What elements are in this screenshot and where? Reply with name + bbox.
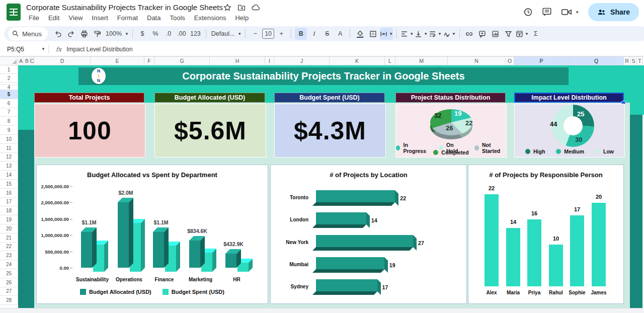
menu-view[interactable]: View (65, 13, 86, 23)
row-header-26[interactable]: 26 (0, 278, 18, 287)
row-header-11[interactable]: 11 (0, 144, 18, 153)
font-size-input[interactable]: 10 (262, 28, 274, 40)
column-header-N[interactable]: N (448, 56, 506, 65)
row-header-17[interactable]: 17 (0, 198, 18, 207)
filter-views-icon[interactable]: ▼ (516, 28, 529, 40)
functions-button[interactable]: Σ (530, 28, 542, 40)
column-header-E[interactable]: E (91, 56, 144, 65)
vertical-align-icon[interactable]: ▼ (415, 28, 428, 40)
column-header-J[interactable]: J (274, 56, 330, 65)
menu-tools[interactable]: Tools (166, 13, 188, 23)
paint-format-icon[interactable] (91, 28, 103, 40)
cloud-status-icon[interactable] (252, 4, 261, 12)
zoom-select[interactable]: 100%▼ (104, 28, 129, 40)
star-icon[interactable] (223, 4, 231, 12)
column-header-L[interactable]: L (385, 56, 395, 65)
text-color-button[interactable]: A (334, 28, 346, 40)
row-header-15[interactable]: 15 (0, 180, 18, 189)
borders-icon[interactable] (367, 28, 379, 40)
decrease-decimals-button[interactable]: .0 (163, 28, 175, 40)
font-select[interactable]: Defaul...▼ (210, 28, 242, 40)
column-header-C[interactable]: C (30, 56, 34, 65)
row-header-25[interactable]: 25 (0, 269, 18, 278)
redo-icon[interactable] (65, 28, 77, 40)
row-header-13[interactable]: 13 (0, 162, 18, 171)
row-header-8[interactable]: 8 (0, 117, 18, 126)
name-box[interactable]: P5:Q5 ▼ (0, 46, 48, 53)
google-sheets-logo-icon[interactable] (7, 4, 21, 21)
kpi-card-body[interactable]: $5.6M (154, 104, 266, 158)
insert-link-icon[interactable] (463, 28, 475, 40)
column-header-B[interactable]: B (24, 56, 30, 65)
menu-extensions[interactable]: Extensions (191, 13, 230, 23)
status-pie-chart[interactable]: 19222632In ProgressOn HoldNot StartedCom… (395, 104, 507, 158)
menus-search-button[interactable]: Menus (8, 27, 48, 40)
share-button[interactable]: Share (588, 3, 639, 21)
column-header-I[interactable]: I (265, 56, 274, 65)
projects-by-location-chart[interactable]: # of Projects by LocationToronto22London… (270, 165, 467, 304)
column-header-K[interactable]: K (330, 56, 385, 65)
row-header-23[interactable]: 23 (0, 251, 18, 260)
increase-font-button[interactable]: + (275, 28, 287, 40)
select-all-corner[interactable] (0, 56, 18, 65)
meet-video-button[interactable]: ▼ (561, 7, 579, 17)
menu-help[interactable]: Help (231, 13, 252, 23)
kpi-card-body[interactable]: $4.3M (274, 104, 386, 158)
filter-icon[interactable] (503, 28, 515, 40)
column-header-H[interactable]: H (210, 56, 265, 65)
column-header-F[interactable]: F (144, 56, 154, 65)
row-header-10[interactable]: 10 (0, 135, 18, 144)
row-header-18[interactable]: 18 (0, 206, 18, 215)
fill-color-icon[interactable] (354, 28, 366, 40)
row-header-21[interactable]: 21 (0, 233, 18, 243)
print-icon[interactable] (78, 28, 90, 40)
document-title[interactable]: Corporate Sustainability Projects Tracke… (26, 3, 223, 12)
strikethrough-toggle[interactable]: S (321, 28, 333, 40)
status-card-header[interactable]: Project Status Distribution (395, 93, 506, 103)
row-header-14[interactable]: 14 (0, 171, 18, 180)
column-header-R[interactable]: R (624, 56, 630, 65)
column-header-Q[interactable]: Q (569, 56, 624, 65)
kpi-card-header[interactable]: Budget Allocated (USD) (154, 93, 265, 103)
version-history-icon[interactable] (523, 7, 533, 17)
row-header-4[interactable]: 4 (0, 85, 18, 90)
budget-by-department-chart[interactable]: Budget Allocated vs Spent by Department0… (36, 165, 268, 304)
row-header-28[interactable]: 28 (0, 296, 18, 305)
row-header-5[interactable]: 5 (0, 90, 18, 99)
projects-by-person-chart[interactable]: # of Projects by Responsible Person22Ale… (468, 165, 624, 304)
meet-caret-icon[interactable]: ▼ (575, 10, 579, 15)
decrease-font-button[interactable]: − (249, 28, 261, 40)
menu-format[interactable]: Format (114, 13, 141, 23)
column-header-T[interactable]: T (637, 56, 643, 65)
row-header-24[interactable]: 24 (0, 260, 18, 269)
menu-data[interactable]: Data (143, 13, 164, 23)
column-header-P[interactable]: P (514, 56, 569, 65)
row-header-27[interactable]: 27 (0, 287, 18, 296)
bold-toggle[interactable]: B (295, 28, 307, 40)
column-header-M[interactable]: M (395, 56, 448, 65)
kpi-card-body[interactable]: 100 (34, 104, 145, 158)
menu-edit[interactable]: Edit (45, 13, 63, 23)
move-folder-icon[interactable] (237, 4, 246, 12)
column-header-A[interactable]: A (18, 56, 24, 65)
column-header-O[interactable]: O (506, 56, 514, 65)
kpi-card-header[interactable]: Total Projects (34, 93, 144, 103)
column-header-D[interactable]: D (34, 56, 91, 65)
name-box-caret-icon[interactable]: ▼ (41, 47, 45, 51)
more-formats-button[interactable]: 123 (189, 28, 202, 40)
kpi-card-header[interactable]: Budget Spent (USD) (274, 93, 385, 103)
row-header-6[interactable]: 6 (0, 99, 18, 108)
column-header-S[interactable]: S (630, 56, 637, 65)
row-header-16[interactable]: 16 (0, 189, 18, 198)
sheet-canvas[interactable]: Corporate Sustainability Projects Tracke… (18, 65, 644, 308)
menu-insert[interactable]: Insert (88, 13, 112, 23)
bottom-scroll-strip[interactable] (0, 308, 644, 313)
menu-file[interactable]: File (25, 13, 43, 23)
undo-icon[interactable] (52, 28, 64, 40)
impact-donut-chart[interactable]: 253044HighMediumLow (514, 104, 625, 158)
column-header-G[interactable]: G (154, 56, 210, 65)
increase-decimals-button[interactable]: .00 (176, 28, 188, 40)
text-wrap-icon[interactable]: ▼ (429, 28, 442, 40)
insert-comment-icon[interactable] (476, 28, 489, 40)
row-header-19[interactable]: 19 (0, 215, 18, 224)
